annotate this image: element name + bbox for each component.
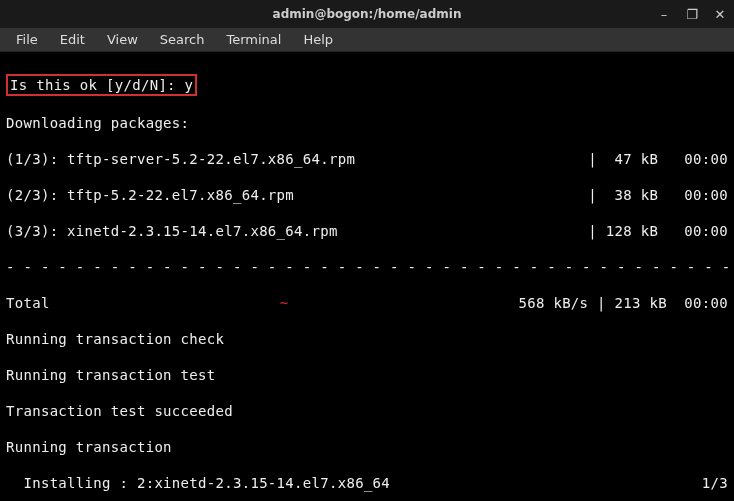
pkg-row-2: (2/3): tftp-5.2-22.el7.x86_64.rpm| 38 kB… <box>6 186 728 204</box>
minimize-button[interactable]: – <box>654 4 674 24</box>
maximize-button[interactable]: ❐ <box>682 4 702 24</box>
menu-search[interactable]: Search <box>150 30 215 49</box>
window-titlebar: admin@bogon:/home/admin – ❐ ✕ <box>0 0 734 28</box>
window-controls: – ❐ ✕ <box>654 4 730 24</box>
menu-terminal[interactable]: Terminal <box>216 30 291 49</box>
close-button[interactable]: ✕ <box>710 4 730 24</box>
pkg-row-1: (1/3): tftp-server-5.2-22.el7.x86_64.rpm… <box>6 150 728 168</box>
trans-running: Running transaction <box>6 438 728 456</box>
trans-check: Running transaction check <box>6 330 728 348</box>
trans-succeeded: Transaction test succeeded <box>6 402 728 420</box>
menu-file[interactable]: File <box>6 30 48 49</box>
total-row: Total~568 kB/s | 213 kB 00:00 <box>6 294 728 312</box>
confirm-answer: y <box>185 77 194 93</box>
menu-help[interactable]: Help <box>293 30 343 49</box>
trans-test: Running transaction test <box>6 366 728 384</box>
downloading-label: Downloading packages: <box>6 114 728 132</box>
window-title: admin@bogon:/home/admin <box>273 7 462 21</box>
menu-bar: File Edit View Search Terminal Help <box>0 28 734 52</box>
terminal-output[interactable]: Is this ok [y/d/N]: y Downloading packag… <box>0 52 734 501</box>
confirm-prompt: Is this ok [y/d/N]: <box>10 77 185 93</box>
pkg-row-3: (3/3): xinetd-2.3.15-14.el7.x86_64.rpm| … <box>6 222 728 240</box>
confirm-highlight: Is this ok [y/d/N]: y <box>6 74 197 96</box>
install-row-1: Installing : 2:xinetd-2.3.15-14.el7.x86_… <box>6 474 728 492</box>
divider-dashes: - - - - - - - - - - - - - - - - - - - - … <box>6 258 728 276</box>
progress-tilde-icon: ~ <box>280 295 289 311</box>
menu-edit[interactable]: Edit <box>50 30 95 49</box>
menu-view[interactable]: View <box>97 30 148 49</box>
